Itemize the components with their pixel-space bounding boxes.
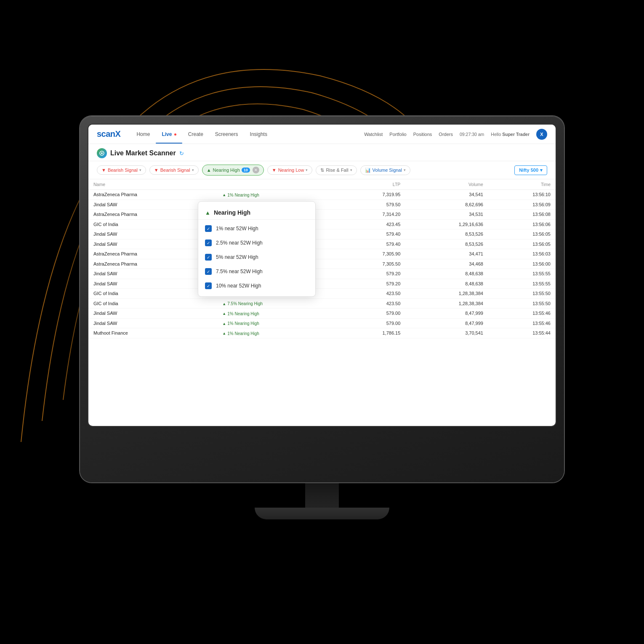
cell-ltp: 579.00 xyxy=(338,318,405,328)
cell-time: 13:56:09 xyxy=(488,200,556,210)
table-row[interactable]: AstraZeneca Pharma ▲ 1% Nearing High 7,3… xyxy=(88,190,556,200)
bearish-signal-btn-2[interactable]: ▼ Bearish Signal ▾ xyxy=(149,165,199,175)
checkbox-4[interactable]: ✓ xyxy=(205,282,212,289)
dropdown-item-4[interactable]: ✓ 10% near 52W High xyxy=(198,279,315,293)
cell-time: 13:55:55 xyxy=(488,269,556,279)
cell-time: 13:56:05 xyxy=(488,239,556,249)
svg-point-1 xyxy=(101,152,103,154)
dropdown-overlay: ▲ Nearing High ✓ 1% near 52W High ✓ 2.5%… xyxy=(198,201,316,297)
col-signal xyxy=(217,179,338,190)
cell-time: 13:55:46 xyxy=(488,309,556,319)
table-row[interactable]: AstraZeneca Pharma ▲ 1% Nearing High 7,3… xyxy=(88,259,556,269)
cell-volume: 3,70,541 xyxy=(405,328,488,338)
cell-ltp: 7,305.90 xyxy=(338,249,405,259)
rise-fall-btn[interactable]: ⇅ Rise & Fall ▾ xyxy=(316,165,357,175)
cell-time: 13:56:06 xyxy=(488,219,556,229)
table-row[interactable]: GIC of India ▲ 1% Nearing High 423.45 1,… xyxy=(88,219,556,229)
cell-signal: ▲ 1% Nearing High xyxy=(217,309,338,319)
user-avatar[interactable]: X xyxy=(536,129,547,140)
table-row[interactable]: Jindal SAW ▲ 1% Nearing High 579.40 8,53… xyxy=(88,229,556,240)
app-screen: scanX Home Live Create Screeners Insight xyxy=(88,125,556,426)
cell-ltp: 7,305.50 xyxy=(338,259,405,269)
cell-ltp: 579.20 xyxy=(338,269,405,279)
nearing-high-btn[interactable]: ▲ Nearing High 10 ✕ xyxy=(202,165,264,176)
checkbox-1[interactable]: ✓ xyxy=(205,240,212,246)
cell-volume: 1,28,38,384 xyxy=(405,289,488,299)
watchlist-link[interactable]: Watchlist xyxy=(364,132,383,137)
orders-link[interactable]: Orders xyxy=(439,132,453,137)
cell-volume: 8,53,526 xyxy=(405,229,488,240)
table-area[interactable]: Name LTP Volume Time AstraZeneca Pharma xyxy=(88,179,556,338)
cell-name: Jindal SAW xyxy=(88,318,217,328)
table-row[interactable]: AstraZeneca Pharma ▲ 1% Nearing High 7,3… xyxy=(88,210,556,220)
scene: scanX Home Live Create Screeners Insight xyxy=(0,0,644,644)
monitor-stand xyxy=(80,482,564,519)
cell-volume: 1,29,16,636 xyxy=(405,219,488,229)
cell-volume: 34,541 xyxy=(405,190,488,200)
table-row[interactable]: Jindal SAW ▲ 1% Nearing High 579.00 8,47… xyxy=(88,309,556,319)
nav-insights[interactable]: Insights xyxy=(244,129,273,140)
dropdown-item-1[interactable]: ✓ 2.5% near 52W High xyxy=(198,236,315,250)
cell-volume: 8,48,638 xyxy=(405,279,488,289)
refresh-icon[interactable]: ↻ xyxy=(179,150,184,157)
table-row[interactable]: GIC of India ▲ 1% Nearing High 423.50 1,… xyxy=(88,289,556,299)
nav-links: Home Live Create Screeners Insights xyxy=(130,129,364,140)
scanner-header: Live Market Scanner ↻ xyxy=(88,144,556,161)
cell-ltp: 7,314.20 xyxy=(338,210,405,220)
cell-name: Muthoot Finance xyxy=(88,328,217,338)
main-content: ▲ Nearing High ✓ 1% near 52W High ✓ 2.5%… xyxy=(88,179,556,426)
nifty-select[interactable]: Nifty 500 ▾ xyxy=(514,165,547,175)
checkbox-2[interactable]: ✓ xyxy=(205,254,212,261)
cell-time: 13:55:50 xyxy=(488,289,556,299)
hello-text: Hello Super Trader xyxy=(491,132,530,137)
table-row[interactable]: Jindal SAW ▲ 1% Nearing High 579.50 8,62… xyxy=(88,200,556,210)
cell-volume: 8,62,696 xyxy=(405,200,488,210)
cell-name: AstraZeneca Pharma xyxy=(88,190,217,200)
table-row[interactable]: Jindal SAW ▲ 1% Nearing High 579.40 8,53… xyxy=(88,239,556,249)
cell-time: 13:55:55 xyxy=(488,279,556,289)
nav-home[interactable]: Home xyxy=(130,129,156,140)
screen-bezel: scanX Home Live Create Screeners Insight xyxy=(88,124,556,427)
table-row[interactable]: Jindal SAW ▲ 1% Nearing High 579.00 8,47… xyxy=(88,318,556,328)
cell-signal: ▲ 1% Nearing High xyxy=(217,328,338,338)
nav-create[interactable]: Create xyxy=(182,129,209,140)
table-row[interactable]: GIC of India ▲ 7.5% Nearing High 423.50 … xyxy=(88,298,556,309)
cell-signal: ▲ 7.5% Nearing High xyxy=(217,298,338,309)
bearish-signal-btn-1[interactable]: ▼ Bearish Signal ▾ xyxy=(97,165,146,175)
positions-link[interactable]: Positions xyxy=(413,132,432,137)
table-row[interactable]: Jindal SAW ▲ 1% Nearing High 579.20 8,48… xyxy=(88,269,556,279)
cell-name: GIC of India xyxy=(88,298,217,309)
stand-neck xyxy=(305,482,339,508)
dropdown-item-3[interactable]: ✓ 7.5% near 52W High xyxy=(198,264,315,279)
portfolio-link[interactable]: Portfolio xyxy=(389,132,406,137)
nearing-high-close[interactable]: ✕ xyxy=(253,167,259,173)
cell-ltp: 579.00 xyxy=(338,309,405,319)
dropdown-item-0[interactable]: ✓ 1% near 52W High xyxy=(198,221,315,236)
col-volume: Volume xyxy=(405,179,488,190)
dropdown-header: ▲ Nearing High xyxy=(198,205,315,220)
cell-signal: ▲ 1% Nearing High xyxy=(217,318,338,328)
checkbox-0[interactable]: ✓ xyxy=(205,225,212,232)
volume-signal-btn[interactable]: 📊 Volume Signal ▾ xyxy=(360,165,410,175)
cell-time: 13:56:10 xyxy=(488,190,556,200)
cell-ltp: 579.40 xyxy=(338,239,405,249)
cell-name: Jindal SAW xyxy=(88,309,217,319)
cell-ltp: 423.45 xyxy=(338,219,405,229)
nearing-low-btn[interactable]: ▼ Nearing Low ▾ xyxy=(267,165,313,175)
cell-volume: 34,468 xyxy=(405,259,488,269)
live-dot xyxy=(174,133,176,136)
cell-ltp: 1,786.15 xyxy=(338,328,405,338)
cell-time: 13:55:50 xyxy=(488,298,556,309)
table-row[interactable]: Muthoot Finance ▲ 1% Nearing High 1,786.… xyxy=(88,328,556,338)
nav-live[interactable]: Live xyxy=(156,129,182,140)
table-row[interactable]: AstraZeneca Pharma ▲ 1% Nearing High 7,3… xyxy=(88,249,556,259)
cell-time: 13:55:44 xyxy=(488,328,556,338)
cell-ltp: 579.20 xyxy=(338,279,405,289)
nav-screeners[interactable]: Screeners xyxy=(209,129,244,140)
cell-ltp: 423.50 xyxy=(338,289,405,299)
dropdown-item-2[interactable]: ✓ 5% near 52W High xyxy=(198,250,315,264)
table-row[interactable]: Jindal SAW ▲ 7.5% Nearing High 579.20 8,… xyxy=(88,279,556,289)
col-name: Name xyxy=(88,179,217,190)
checkbox-3[interactable]: ✓ xyxy=(205,268,212,275)
stand-base xyxy=(255,508,389,519)
